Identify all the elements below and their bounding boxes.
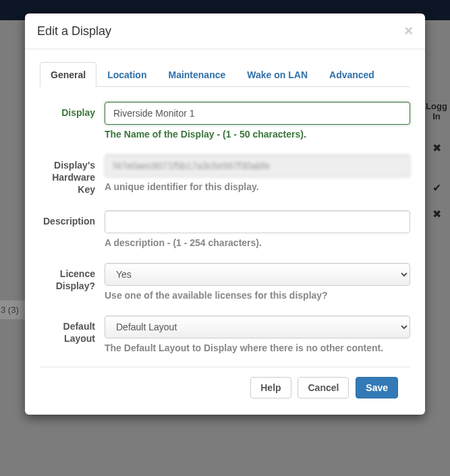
tab-wake-on-lan[interactable]: Wake on LAN <box>236 62 318 87</box>
save-button[interactable]: Save <box>356 377 398 398</box>
description-input[interactable] <box>105 210 410 233</box>
help-button[interactable]: Help <box>250 377 291 398</box>
help-display: The Name of the Display - (1 - 50 charac… <box>105 129 410 140</box>
licence-select[interactable]: Yes <box>105 263 410 286</box>
tab-advanced[interactable]: Advanced <box>318 62 385 87</box>
hardware-key-input <box>105 154 410 177</box>
row-licence: Licence Display? Yes Use one of the avai… <box>40 263 410 301</box>
row-display: Display The Name of the Display - (1 - 5… <box>40 102 410 140</box>
tab-maintenance[interactable]: Maintenance <box>157 62 236 87</box>
help-hwkey: A unique identifier for this display. <box>105 181 410 192</box>
modal-footer: Help Cancel Save <box>40 367 410 408</box>
tab-location[interactable]: Location <box>96 62 157 87</box>
cancel-button[interactable]: Cancel <box>298 377 349 398</box>
default-layout-select[interactable]: Default Layout <box>105 316 410 338</box>
display-name-input[interactable] <box>105 102 410 125</box>
help-description: A description - (1 - 254 characters). <box>105 237 410 248</box>
row-default-layout: Default Layout Default Layout The Defaul… <box>40 316 410 353</box>
label-hwkey: Display's Hardware Key <box>40 154 105 196</box>
label-licence: Licence Display? <box>40 263 105 292</box>
help-default-layout: The Default Layout to Display where ther… <box>105 343 410 353</box>
modal-header: Edit a Display × <box>25 13 425 49</box>
modal-title: Edit a Display <box>37 24 111 38</box>
row-description: Description A description - (1 - 254 cha… <box>40 210 410 248</box>
label-description: Description <box>40 210 105 227</box>
label-default-layout: Default Layout <box>40 316 105 345</box>
help-licence: Use one of the available licenses for th… <box>105 290 410 301</box>
tabs: General Location Maintenance Wake on LAN… <box>40 61 410 87</box>
row-hwkey: Display's Hardware Key A unique identifi… <box>40 154 410 196</box>
edit-display-modal: Edit a Display × General Location Mainte… <box>25 13 425 415</box>
label-display: Display <box>40 102 105 119</box>
tab-general[interactable]: General <box>40 62 96 87</box>
close-button[interactable]: × <box>404 24 413 38</box>
